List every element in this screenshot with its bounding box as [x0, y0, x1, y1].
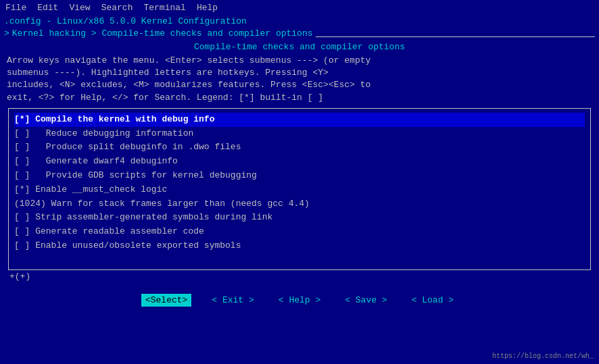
- menu-entry-7[interactable]: [ ] Strip assembler-generated symbols du…: [14, 211, 585, 225]
- breadcrumb-arrow: >: [4, 28, 9, 38]
- breadcrumb-text: Kernel hacking > Compile-time checks and…: [12, 28, 313, 38]
- menu-entry-9[interactable]: [ ] Enable unused/obsolete exported symb…: [14, 239, 585, 253]
- menu-entry-3[interactable]: [ ] Generate dwarf4 debuginfo: [14, 155, 585, 169]
- menu-help[interactable]: Help: [194, 3, 220, 13]
- title-text: .config - Linux/x86 5.0.0 Kernel Configu…: [4, 16, 247, 26]
- main-content: Compile-time checks and compiler options…: [0, 39, 599, 286]
- watermark: https://blog.csdn.net/wh_: [492, 353, 594, 360]
- menu-entry-5[interactable]: [*] Enable __must_check logic: [14, 183, 585, 197]
- plus-indicator: +(+): [4, 270, 595, 283]
- menubar: File Edit View Search Terminal Help: [0, 0, 599, 15]
- menu-entry-0[interactable]: [*] Compile the kernel with debug info: [14, 113, 585, 127]
- titlebar: .config - Linux/x86 5.0.0 Kernel Configu…: [0, 15, 599, 28]
- breadcrumb-line: [316, 30, 596, 37]
- buttonbar: <Select> < Exit > < Help > < Save > < Lo…: [0, 288, 599, 312]
- menu-entry-1[interactable]: [ ] Reduce debugging information: [14, 127, 585, 141]
- menu-file[interactable]: File: [3, 3, 29, 13]
- menu-entry-8[interactable]: [ ] Generate readable assembler code: [14, 225, 585, 239]
- menu-entry-2[interactable]: [ ] Produce split debuginfo in .dwo file…: [14, 140, 585, 155]
- menu-edit[interactable]: Edit: [34, 3, 61, 13]
- menu-search[interactable]: Search: [99, 3, 136, 13]
- help-text: Arrow keys navigate the menu. <Enter> se…: [4, 55, 595, 104]
- menu-box: [*] Compile the kernel with debug info […: [8, 108, 591, 270]
- select-button[interactable]: <Select>: [141, 294, 191, 307]
- exit-button[interactable]: < Exit >: [208, 294, 258, 307]
- section-title: Compile-time checks and compiler options: [4, 42, 595, 52]
- menu-terminal[interactable]: Terminal: [141, 3, 188, 13]
- menu-view[interactable]: View: [66, 3, 93, 13]
- menu-entry-4[interactable]: [ ] Provide GDB scripts for kernel debug…: [14, 169, 585, 183]
- load-button[interactable]: < Load >: [408, 294, 458, 307]
- menu-entry-6[interactable]: (1024) Warn for stack frames larger than…: [14, 197, 585, 211]
- help-button[interactable]: < Help >: [274, 294, 325, 307]
- save-button[interactable]: < Save >: [341, 294, 391, 307]
- breadcrumb: > Kernel hacking > Compile-time checks a…: [0, 28, 599, 39]
